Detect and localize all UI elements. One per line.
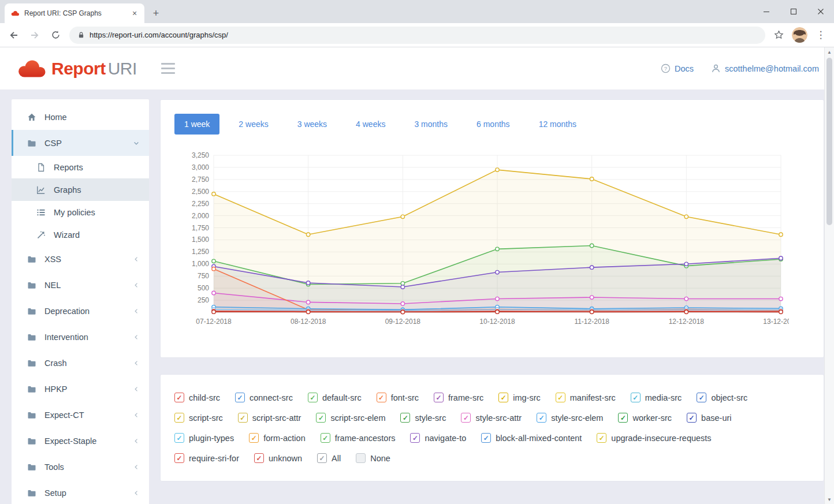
chevron-down-icon [133, 140, 140, 147]
chevron-left-icon [133, 256, 140, 263]
filter-require-sri-for[interactable]: ✓require-sri-for [174, 453, 239, 463]
sidebar-item-crash[interactable]: Crash [12, 350, 149, 376]
sidebar-item-intervention[interactable]: Intervention [12, 324, 149, 350]
time-tab-2-weeks[interactable]: 2 weeks [229, 114, 278, 135]
account-link[interactable]: scotthelme@hotmail.com [711, 64, 819, 73]
scroll-up-arrow[interactable]: ▲ [825, 47, 834, 57]
filter-frame-src[interactable]: ✓frame-src [434, 393, 483, 402]
svg-text:08-12-2018: 08-12-2018 [291, 318, 326, 326]
sidebar-item-tools[interactable]: Tools [12, 454, 149, 480]
docs-link[interactable]: ? Docs [661, 64, 694, 73]
checkbox-icon: ✓ [174, 433, 184, 443]
address-bar[interactable]: https://report-uri.com/account/graphs/cs… [69, 27, 765, 44]
filter-object-src[interactable]: ✓object-src [697, 393, 747, 402]
sidebar-item-nel[interactable]: NEL [12, 272, 149, 298]
svg-text:500: 500 [198, 284, 209, 292]
sidebar-item-csp[interactable]: CSP [12, 130, 149, 156]
filter-worker-src[interactable]: ✓worker-src [618, 413, 672, 423]
filter-style-src-attr[interactable]: ✓style-src-attr [461, 413, 522, 423]
sidebar-item-expect-ct[interactable]: Expect-CT [12, 402, 149, 428]
checkbox-icon: ✓ [321, 433, 330, 443]
reload-button[interactable] [46, 26, 65, 44]
directive-filters-card: ✓child-src✓connect-src✓default-src✓font-… [160, 374, 824, 481]
report-uri-favicon [10, 10, 20, 17]
filter-connect-src[interactable]: ✓connect-src [235, 393, 293, 402]
filter-style-src[interactable]: ✓style-src [400, 413, 446, 423]
svg-text:3,250: 3,250 [192, 151, 209, 159]
filter-style-src-elem[interactable]: ✓style-src-elem [537, 413, 603, 423]
profile-avatar[interactable] [792, 27, 807, 43]
filter-media-src[interactable]: ✓media-src [631, 393, 682, 402]
filter-block-all-mixed-content[interactable]: ✓block-all-mixed-content [481, 433, 582, 443]
checkbox-icon: ✓ [254, 453, 264, 463]
time-tab-12-months[interactable]: 12 months [529, 114, 586, 135]
filter-label: default-src [322, 393, 362, 402]
svg-text:13-12-2018: 13-12-2018 [763, 318, 789, 326]
page-scrollbar[interactable]: ▲ ▼ [824, 47, 834, 504]
help-circle-icon: ? [661, 64, 671, 73]
filter-upgrade-insecure-requests[interactable]: ✓upgrade-insecure-requests [597, 433, 711, 443]
sidebar-item-label: XSS [44, 255, 61, 264]
filter-frame-ancestors[interactable]: ✓frame-ancestors [321, 433, 396, 443]
sidebar-item-label: CSP [44, 139, 62, 148]
back-button[interactable] [5, 26, 23, 44]
filter-img-src[interactable]: ✓img-src [498, 393, 541, 402]
svg-text:07-12-2018: 07-12-2018 [196, 318, 232, 326]
filter-unknown[interactable]: ✓unknown [254, 453, 302, 463]
checkbox-icon: ✓ [618, 413, 628, 423]
browser-titlebar: Report URI: CSP Graphs × + [0, 0, 834, 23]
filter-manifest-src[interactable]: ✓manifest-src [556, 393, 616, 402]
time-tab-4-weeks[interactable]: 4 weeks [346, 114, 395, 135]
sidebar-item-setup[interactable]: Setup [12, 480, 149, 504]
filter-all[interactable]: ✓All [317, 453, 341, 463]
sidebar-item-hpkp[interactable]: HPKP [12, 376, 149, 402]
time-tab-3-months[interactable]: 3 months [404, 114, 457, 135]
chart-container: 2505007501,0001,2501,5001,7502,0002,2502… [174, 151, 810, 333]
sidebar-item-xss[interactable]: XSS [12, 246, 149, 272]
time-tab-6-months[interactable]: 6 months [467, 114, 520, 135]
filter-label: style-src [415, 413, 446, 423]
filter-label: unknown [269, 454, 302, 463]
person-icon [711, 64, 721, 73]
browser-menu-icon[interactable]: ⋮ [812, 27, 829, 44]
filter-script-src-elem[interactable]: ✓script-src-elem [316, 413, 385, 423]
sidebar-item-expect-staple[interactable]: Expect-Staple [12, 428, 149, 454]
checkbox-icon: ✓ [400, 413, 410, 423]
filter-navigate-to[interactable]: ✓navigate-to [410, 433, 466, 443]
forward-button[interactable] [25, 26, 44, 44]
sidebar-item-label: Home [44, 113, 67, 122]
sidebar-item-deprecation[interactable]: Deprecation [12, 298, 149, 324]
bookmark-star-icon[interactable] [770, 27, 787, 44]
sidebar-item-reports[interactable]: Reports [12, 156, 149, 178]
filter-plugin-types[interactable]: ✓plugin-types [174, 433, 234, 443]
hamburger-menu-icon[interactable] [161, 63, 175, 74]
scrollbar-thumb[interactable] [826, 58, 832, 225]
filter-script-src-attr[interactable]: ✓script-src-attr [238, 413, 301, 423]
filter-base-uri[interactable]: ✓base-uri [687, 413, 731, 423]
filter-script-src[interactable]: ✓script-src [174, 413, 223, 423]
filter-default-src[interactable]: ✓default-src [308, 393, 362, 402]
time-tab-3-weeks[interactable]: 3 weeks [288, 114, 337, 135]
sidebar-item-my-policies[interactable]: My policies [12, 201, 149, 223]
maximize-button[interactable] [780, 0, 807, 23]
sidebar-item-label: Graphs [54, 185, 81, 195]
minimize-button[interactable] [753, 0, 780, 23]
filter-form-action[interactable]: ✓form-action [249, 433, 306, 443]
close-button[interactable] [807, 0, 834, 23]
chevron-left-icon [133, 464, 140, 471]
report-uri-logo[interactable]: ReportURI [15, 58, 137, 79]
folder-icon [27, 333, 38, 342]
scroll-down-arrow[interactable]: ▼ [825, 495, 834, 504]
window-controls [753, 0, 834, 23]
filter-font-src[interactable]: ✓font-src [377, 393, 419, 402]
time-tab-1-week[interactable]: 1 week [174, 114, 219, 135]
sidebar-item-home[interactable]: Home [12, 104, 149, 130]
filter-child-src[interactable]: ✓child-src [174, 393, 220, 402]
sidebar-item-wizard[interactable]: Wizard [12, 223, 149, 246]
sidebar-item-label: NEL [44, 281, 61, 290]
tab-close-icon[interactable]: × [129, 8, 140, 18]
new-tab-button[interactable]: + [148, 5, 164, 21]
browser-tab[interactable]: Report URI: CSP Graphs × [5, 3, 144, 23]
sidebar-item-graphs[interactable]: Graphs [12, 178, 149, 201]
filter-none[interactable]: None [356, 453, 390, 463]
